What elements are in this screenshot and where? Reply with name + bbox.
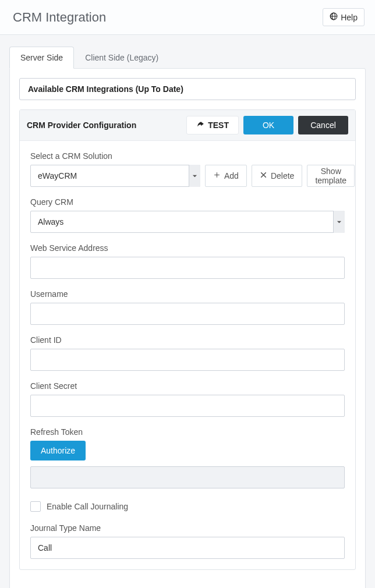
authorize-button[interactable]: Authorize [30,441,86,461]
web-service-label: Web Service Address [30,243,345,253]
client-id-input[interactable] [30,349,345,371]
ok-button[interactable]: OK [243,116,293,134]
share-arrow-icon [196,121,204,130]
available-label: Available CRM Integrations (Up To Date) [28,84,183,94]
add-button[interactable]: Add [205,165,247,187]
available-integrations-bar: Available CRM Integrations (Up To Date) [19,78,356,100]
x-icon [260,171,267,180]
config-header: CRM Provider Configuration TEST OK C [20,110,355,141]
plus-icon [213,171,221,180]
tab-server-side[interactable]: Server Side [9,47,74,69]
ok-label: OK [263,121,274,130]
client-secret-input[interactable] [30,395,345,417]
test-label: TEST [208,121,229,130]
username-input[interactable] [30,303,345,325]
query-crm-select[interactable]: Always [30,211,345,233]
add-label: Add [224,171,239,180]
delete-button[interactable]: Delete [252,165,302,187]
help-label: Help [341,13,358,22]
query-crm-value: Always [30,211,345,233]
main-panel: Available CRM Integrations (Up To Date) … [9,68,366,588]
tab-label: Client Side (Legacy) [85,53,158,62]
refresh-token-label: Refresh Token [30,427,345,437]
tab-client-side[interactable]: Client Side (Legacy) [74,47,169,68]
journal-type-label: Journal Type Name [30,523,345,533]
username-label: Username [30,289,345,299]
page-header: CRM Integration Help [0,0,375,35]
test-button[interactable]: TEST [186,116,239,134]
config-title: CRM Provider Configuration [27,121,136,130]
tabs: Server Side Client Side (Legacy) [9,47,366,68]
web-service-input[interactable] [30,257,345,279]
enable-journaling-checkbox[interactable] [30,501,41,512]
tab-label: Server Side [20,53,63,62]
crm-solution-select[interactable]: eWayCRM [30,165,200,187]
show-template-label: Show template [315,167,346,185]
query-crm-label: Query CRM [30,197,345,207]
delete-label: Delete [271,171,294,180]
refresh-token-display [30,466,345,488]
show-template-button[interactable]: Show template [307,165,355,187]
help-button[interactable]: Help [323,8,365,26]
client-id-label: Client ID [30,335,345,345]
select-crm-label: Select a CRM Solution [30,151,345,161]
crm-solution-value: eWayCRM [30,165,200,187]
config-card: CRM Provider Configuration TEST OK C [19,109,356,570]
cancel-label: Cancel [310,121,336,130]
cancel-button[interactable]: Cancel [298,116,348,134]
page-title: CRM Integration [13,10,106,25]
journal-type-input[interactable] [30,537,345,559]
client-secret-label: Client Secret [30,381,345,391]
enable-journaling-label: Enable Call Journaling [47,502,128,511]
authorize-label: Authorize [41,446,75,455]
help-icon [330,12,338,22]
